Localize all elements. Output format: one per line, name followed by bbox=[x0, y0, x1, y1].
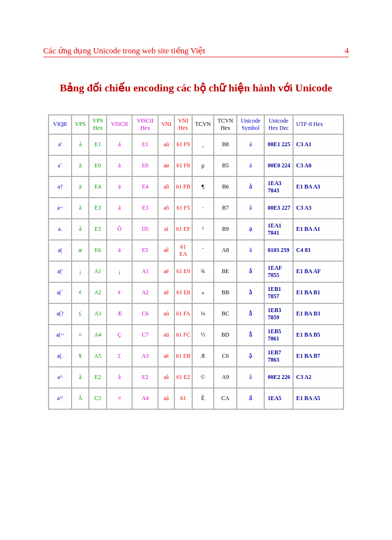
column-header: TCVN bbox=[193, 115, 214, 134]
table-cell: æ bbox=[72, 240, 88, 261]
table-cell: ¤ bbox=[107, 389, 132, 409]
table-cell: E3 bbox=[89, 198, 106, 218]
table-cell: E0 bbox=[133, 156, 158, 176]
table-cell: â bbox=[107, 367, 132, 388]
table-cell: ¸ bbox=[193, 135, 214, 155]
table-cell: aú bbox=[159, 304, 174, 324]
table-row: a^âE2âE2aâ61 E2©A9â00E2 226C3 A2 bbox=[49, 367, 343, 388]
table-cell: C6 bbox=[133, 304, 158, 324]
table-cell: B8 bbox=[214, 135, 236, 155]
table-cell: E1 bbox=[133, 135, 158, 155]
table-cell: á bbox=[72, 135, 88, 155]
table-cell: 61 EA bbox=[175, 240, 191, 261]
table-cell: E6 bbox=[89, 240, 106, 261]
table-cell: ả bbox=[237, 177, 264, 197]
column-header: Unicode Hex Dec bbox=[265, 115, 292, 134]
table-cell: 1EB1 7857 bbox=[265, 283, 292, 303]
table-cell: aè bbox=[159, 283, 174, 303]
table-cell: Õ bbox=[107, 219, 132, 239]
table-cell: E2 bbox=[133, 367, 158, 388]
table-cell: Ã bbox=[72, 389, 88, 409]
table-cell: BD bbox=[214, 325, 236, 345]
table-row: a(`¢A2¢A2aè61 E8»BBằ1EB1 7857E1 BA B1 bbox=[49, 283, 343, 303]
table-cell: a^ bbox=[49, 367, 71, 388]
table-cell: ¨ bbox=[193, 240, 214, 261]
table-cell: E1 BA AF bbox=[294, 262, 343, 282]
table-cell: ¤ bbox=[72, 325, 88, 345]
table-cell: ½ bbox=[193, 325, 214, 345]
table-cell: aû bbox=[159, 177, 174, 197]
table-cell: B6 bbox=[214, 177, 236, 197]
table-cell: 1EA3 7843 bbox=[265, 177, 292, 197]
table-row: a(.¥A5£A3aë61 EBÆC6ặ1EB7 7863E1 BA B7 bbox=[49, 346, 343, 366]
table-cell: E5 bbox=[133, 240, 158, 261]
table-cell: A4 bbox=[133, 389, 158, 409]
table-row: a('¡A1¡A1aé61 E9¾BEắ1EAF 7855E1 BA AF bbox=[49, 262, 343, 282]
table-row: a?äE4äE4aû61 FB¶B6ả1EA3 7843E1 BA A3 bbox=[49, 177, 343, 197]
table-cell: aê bbox=[159, 240, 174, 261]
encoding-table: VIQRVPSVPS HexVISCIIVISCII HexVNIVNI Hex… bbox=[48, 114, 344, 410]
table-cell: E0 bbox=[89, 156, 106, 176]
table-cell: â bbox=[72, 367, 88, 388]
table-cell: ă bbox=[237, 240, 264, 261]
table-cell: 61 F8 bbox=[175, 156, 191, 176]
table-cell: 61 E9 bbox=[175, 262, 191, 282]
table-row: a'áE1áE1aù61 F9¸B8á00E1 225C3 A1 bbox=[49, 135, 343, 155]
table-cell: Ê bbox=[193, 389, 214, 409]
table-cell: 1EAF 7855 bbox=[265, 262, 292, 282]
table-cell: a~ bbox=[49, 198, 71, 218]
table-cell: ặ bbox=[237, 346, 264, 366]
table-cell: £ bbox=[72, 304, 88, 324]
table-cell: A2 bbox=[133, 283, 158, 303]
table-cell: A8 bbox=[214, 240, 236, 261]
table-cell: 00E0 224 bbox=[265, 156, 292, 176]
table-cell: à bbox=[107, 156, 132, 176]
table-cell: A2 bbox=[89, 283, 106, 303]
table-cell: ắ bbox=[237, 262, 264, 282]
table-cell: 61 F5 bbox=[175, 198, 191, 218]
column-header: VNI Hex bbox=[175, 115, 191, 134]
table-cell: 61 E2 bbox=[175, 367, 191, 388]
table-cell: a` bbox=[49, 156, 71, 176]
table-cell: 00E1 225 bbox=[265, 135, 292, 155]
table-cell: a. bbox=[49, 219, 71, 239]
table-row: a(~¤A4ÇC7aü61 FC½BDẵ1EB5 7861E1 BA B5 bbox=[49, 325, 343, 345]
table-cell: E2 bbox=[89, 367, 106, 388]
table-cell: 61 EF bbox=[175, 219, 191, 239]
table-cell: A5 bbox=[89, 346, 106, 366]
table-cell: ẳ bbox=[237, 304, 264, 324]
table-cell: á bbox=[107, 135, 132, 155]
table-cell: ¼ bbox=[193, 304, 214, 324]
header-title: Các ứng dụng Unicode trong web site tiến… bbox=[43, 46, 205, 56]
column-header: VNI bbox=[159, 115, 174, 134]
table-cell: ã bbox=[72, 198, 88, 218]
table-cell: ¥ bbox=[72, 346, 88, 366]
table-cell: Æ bbox=[193, 346, 214, 366]
table-cell: a(. bbox=[49, 346, 71, 366]
table-cell: B9 bbox=[214, 219, 236, 239]
table-cell: E1 BA A3 bbox=[294, 177, 343, 197]
table-cell: ã bbox=[107, 198, 132, 218]
table-cell: BB bbox=[214, 283, 236, 303]
table-cell: 61 EB bbox=[175, 346, 191, 366]
table-cell: 1EB7 7863 bbox=[265, 346, 292, 366]
column-header: TCVN Hex bbox=[214, 115, 236, 134]
table-cell: ¶ bbox=[193, 177, 214, 197]
table-cell: 1EA5 bbox=[265, 389, 292, 409]
table-cell: aë bbox=[159, 346, 174, 366]
table-cell: E1 BA B3 bbox=[294, 304, 343, 324]
table-cell: C3 bbox=[89, 389, 106, 409]
table-cell: E4 bbox=[133, 177, 158, 197]
table-cell: ¹ bbox=[193, 219, 214, 239]
table-cell: C6 bbox=[214, 346, 236, 366]
page-number: 4 bbox=[345, 46, 349, 56]
table-cell: C3 A0 bbox=[294, 156, 343, 176]
table-cell: E1 BA B7 bbox=[294, 346, 343, 366]
table-cell: C3 A1 bbox=[294, 135, 343, 155]
table-cell: à bbox=[72, 156, 88, 176]
table-cell: B5 bbox=[214, 156, 236, 176]
table-cell: aï bbox=[159, 219, 174, 239]
table-cell: A1 bbox=[89, 262, 106, 282]
column-header: VIQR bbox=[49, 115, 71, 134]
table-cell: BE bbox=[214, 262, 236, 282]
